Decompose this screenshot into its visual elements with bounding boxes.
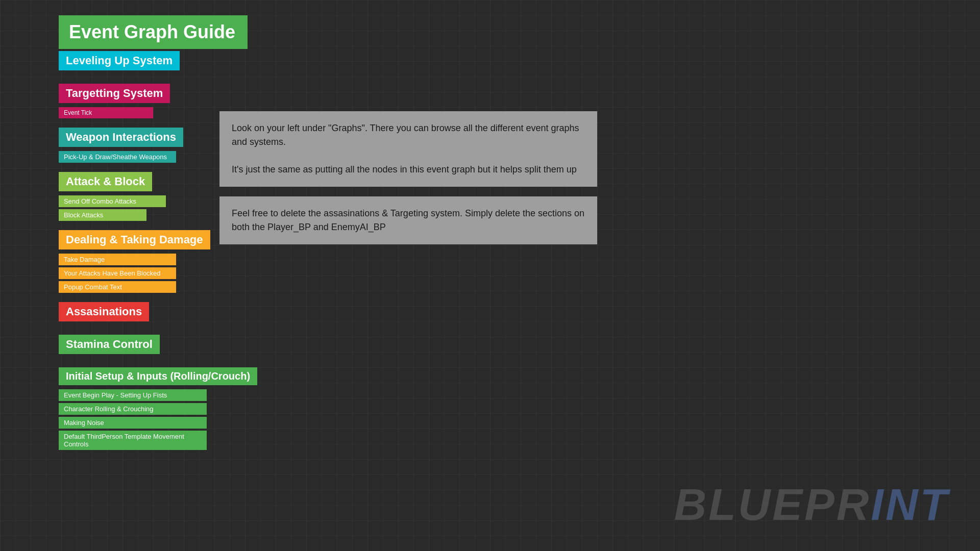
watermark-text-dark: INT bbox=[871, 479, 949, 530]
subitem-default-movement[interactable]: Default ThirdPerson Template Movement Co… bbox=[59, 431, 207, 450]
subitem-pickup[interactable]: Pick-Up & Draw/Sheathe Weapons bbox=[59, 151, 176, 163]
section-header-targeting[interactable]: Targetting System bbox=[59, 84, 170, 103]
page-title: Event Graph Guide bbox=[59, 15, 248, 49]
subitem-combo[interactable]: Send Off Combo Attacks bbox=[59, 195, 166, 207]
info-box-1-text2: It's just the same as putting all the no… bbox=[232, 163, 585, 177]
watermark-text-blue: BLUEPR bbox=[674, 479, 871, 530]
subitem-event-begin[interactable]: Event Begin Play - Setting Up Fists bbox=[59, 389, 207, 401]
section-header-stamina[interactable]: Stamina Control bbox=[59, 335, 160, 354]
section-header-attack[interactable]: Attack & Block bbox=[59, 172, 152, 191]
blueprint-watermark: BLUEPRINT bbox=[674, 479, 949, 531]
section-header-initial[interactable]: Initial Setup & Inputs (Rolling/Crouch) bbox=[59, 367, 257, 385]
section-header-leveling[interactable]: Leveling Up System bbox=[59, 51, 180, 70]
info-box-1-text: Look on your left under "Graphs". There … bbox=[232, 121, 585, 149]
section-initial-setup: Initial Setup & Inputs (Rolling/Crouch) … bbox=[59, 367, 263, 450]
subitem-event-tick[interactable]: Event Tick bbox=[59, 107, 153, 118]
section-assassinations: Assasinations bbox=[59, 302, 263, 325]
subitem-noise[interactable]: Making Noise bbox=[59, 417, 207, 429]
subitem-attacks-blocked[interactable]: Your Attacks Have Been Blocked bbox=[59, 267, 176, 279]
section-header-damage[interactable]: Dealing & Taking Damage bbox=[59, 230, 210, 249]
info-box-1: Look on your left under "Graphs". There … bbox=[219, 111, 597, 187]
subitem-take-damage[interactable]: Take Damage bbox=[59, 254, 176, 265]
section-header-weapon[interactable]: Weapon Interactions bbox=[59, 128, 183, 147]
info-box-2-text: Feel free to delete the assasinations & … bbox=[232, 207, 585, 234]
section-stamina: Stamina Control bbox=[59, 335, 263, 358]
section-header-assassinations[interactable]: Assasinations bbox=[59, 302, 149, 321]
subitem-popup-combat[interactable]: Popup Combat Text bbox=[59, 281, 176, 293]
subitem-rolling[interactable]: Character Rolling & Crouching bbox=[59, 403, 207, 415]
info-box-2: Feel free to delete the assasinations & … bbox=[219, 196, 597, 244]
section-leveling-up: Leveling Up System bbox=[59, 51, 263, 74]
subitem-block[interactable]: Block Attacks bbox=[59, 209, 146, 221]
